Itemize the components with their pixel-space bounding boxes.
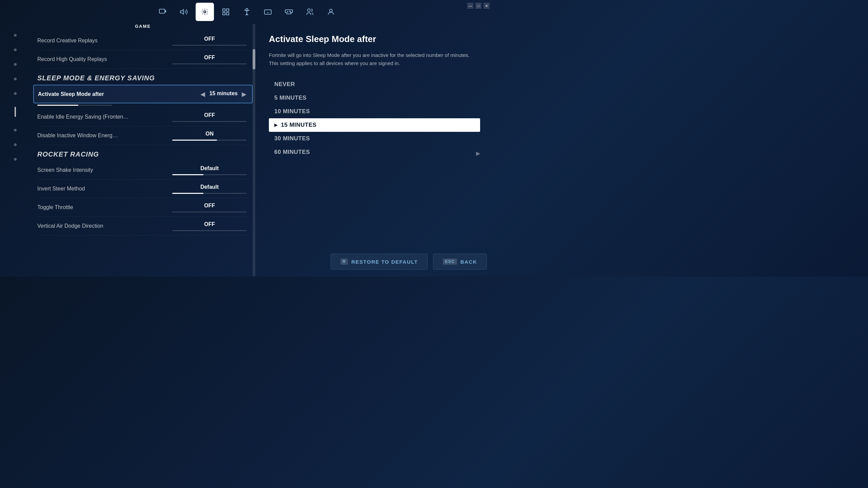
svg-marker-1 — [180, 9, 183, 14]
scroll-dot-8 — [14, 143, 17, 146]
tab-game[interactable] — [196, 3, 214, 21]
option-10min[interactable]: 10 MINUTES — [269, 105, 480, 118]
vertical-air-dodge-value: OFF — [204, 221, 215, 227]
svg-rect-4 — [226, 9, 229, 11]
inactive-window-energy-value-area: ON — [171, 131, 249, 141]
back-key-hint: ESC — [443, 259, 457, 265]
tab-input[interactable] — [259, 3, 277, 21]
tab-accessibility[interactable] — [238, 3, 256, 21]
scrollbar-thumb[interactable] — [253, 49, 255, 69]
restore-key-hint: R — [340, 259, 348, 265]
screen-shake-row[interactable]: Screen Shake Intensity Default — [37, 161, 249, 180]
maximize-button[interactable]: □ — [475, 3, 481, 9]
option-never-label: NEVER — [274, 81, 295, 88]
record-hq-replays-label: Record High Quality Replays — [37, 56, 107, 62]
idle-energy-saving-label: Enable Idle Energy Saving (Fronten… — [37, 114, 129, 120]
window-controls: — □ ✕ — [467, 3, 490, 9]
sleep-mode-prev-btn[interactable]: ◀ — [199, 89, 206, 99]
info-panel-title: Activate Sleep Mode after — [269, 34, 480, 44]
record-hq-replays-slider[interactable] — [172, 63, 247, 64]
screen-shake-slider[interactable] — [172, 174, 247, 175]
inactive-window-energy-slider[interactable] — [172, 140, 247, 141]
selected-option-arrow: ▶ — [274, 123, 278, 127]
close-button[interactable]: ✕ — [484, 3, 490, 9]
option-5min[interactable]: 5 MINUTES — [269, 91, 480, 105]
idle-energy-saving-value-area: OFF — [171, 112, 249, 122]
toggle-throttle-slider[interactable] — [172, 211, 247, 212]
idle-energy-saving-slider[interactable] — [172, 121, 247, 122]
record-creative-replays-slider[interactable] — [172, 45, 247, 46]
sleep-mode-row[interactable]: Activate Sleep Mode after ◀ 15 minutes ▶ — [33, 85, 253, 103]
svg-point-11 — [330, 9, 332, 12]
screen-shake-value: Default — [200, 165, 219, 171]
tab-account[interactable] — [217, 3, 235, 21]
sleep-mode-slider-container — [37, 105, 249, 108]
info-panel-description: Fortnite will go into Sleep Mode after y… — [269, 51, 480, 67]
record-hq-replays-row[interactable]: Record High Quality Replays OFF — [37, 50, 249, 69]
option-60min-label: 60 MINUTES — [274, 149, 310, 156]
record-creative-replays-row[interactable]: Record Creative Replays OFF — [37, 32, 249, 50]
option-10min-label: 10 MINUTES — [274, 108, 310, 115]
sleep-mode-slider[interactable] — [37, 105, 112, 106]
vertical-air-dodge-row[interactable]: Vertical Air Dodge Direction OFF — [37, 217, 249, 236]
minimize-button[interactable]: — — [467, 3, 473, 9]
invert-steer-value: Default — [200, 184, 219, 190]
invert-steer-label: Invert Steer Method — [37, 186, 85, 192]
record-hq-replays-value: OFF — [204, 55, 215, 61]
option-15min[interactable]: ▶ 15 MINUTES — [269, 118, 480, 132]
tab-video[interactable] — [154, 3, 172, 21]
invert-steer-row[interactable]: Invert Steer Method Default — [37, 180, 249, 198]
scroll-dot-7 — [14, 129, 17, 131]
scroll-dot-9 — [14, 158, 17, 161]
tab-profile[interactable] — [322, 3, 340, 21]
panel-scrollbar[interactable] — [253, 24, 255, 277]
toggle-throttle-value-area: OFF — [171, 203, 249, 212]
inactive-window-energy-value: ON — [205, 131, 214, 137]
rocket-racing-section-header: ROCKET RACING — [37, 145, 249, 161]
back-label: BACK — [460, 259, 477, 265]
screen-shake-label: Screen Shake Intensity — [37, 167, 93, 173]
scroll-dot-5 — [14, 92, 17, 95]
vertical-air-dodge-value-area: OFF — [171, 221, 249, 231]
toggle-throttle-label: Toggle Throttle — [37, 204, 73, 210]
idle-energy-saving-value: OFF — [204, 112, 215, 118]
svg-point-10 — [308, 9, 310, 12]
option-30min-label: 30 MINUTES — [274, 135, 310, 142]
sleep-mode-section-header: SLEEP MODE & ENERGY SAVING — [37, 69, 249, 85]
tab-controller[interactable] — [280, 3, 298, 21]
invert-steer-slider[interactable] — [172, 193, 247, 194]
svg-rect-7 — [264, 10, 271, 14]
sleep-mode-value: 15 minutes — [209, 90, 238, 97]
cursor-indicator: ▶ — [476, 150, 480, 157]
option-15min-label: 15 MINUTES — [281, 122, 317, 128]
scroll-dot-1 — [14, 34, 17, 37]
svg-point-9 — [290, 12, 291, 13]
scroll-dot-2 — [14, 48, 17, 51]
inactive-window-energy-row[interactable]: Disable Inactive Window Energ… ON — [37, 126, 249, 145]
option-60min[interactable]: 60 MINUTES — [269, 145, 480, 159]
scroll-dot-4 — [14, 78, 17, 80]
back-button[interactable]: ESC BACK — [433, 253, 487, 270]
sleep-mode-next-btn[interactable]: ▶ — [240, 89, 248, 99]
sleep-mode-value-area: ◀ 15 minutes ▶ — [199, 89, 248, 99]
idle-energy-saving-row[interactable]: Enable Idle Energy Saving (Fronten… OFF — [37, 108, 249, 126]
main-content: GAME Record Creative Replays OFF Record … — [0, 24, 494, 277]
record-hq-replays-value-area: OFF — [171, 55, 249, 64]
option-30min[interactable]: 30 MINUTES — [269, 132, 480, 145]
vertical-air-dodge-slider[interactable] — [172, 230, 247, 231]
game-section-label: GAME — [37, 24, 249, 29]
svg-rect-6 — [226, 13, 229, 15]
bottom-buttons: R RESTORE TO DEFAULT ESC BACK — [331, 253, 487, 270]
record-creative-replays-label: Record Creative Replays — [37, 38, 98, 44]
option-never[interactable]: NEVER — [269, 78, 480, 91]
top-nav — [0, 0, 494, 24]
toggle-throttle-row[interactable]: Toggle Throttle OFF — [37, 198, 249, 217]
record-creative-replays-value: OFF — [204, 36, 215, 42]
svg-point-2 — [204, 11, 206, 13]
restore-to-default-button[interactable]: R RESTORE TO DEFAULT — [331, 253, 428, 270]
vertical-air-dodge-label: Vertical Air Dodge Direction — [37, 223, 103, 229]
tab-audio[interactable] — [175, 3, 193, 21]
scroll-dot-active — [15, 107, 16, 117]
tab-social[interactable] — [301, 3, 319, 21]
scroll-dot-3 — [14, 63, 17, 66]
